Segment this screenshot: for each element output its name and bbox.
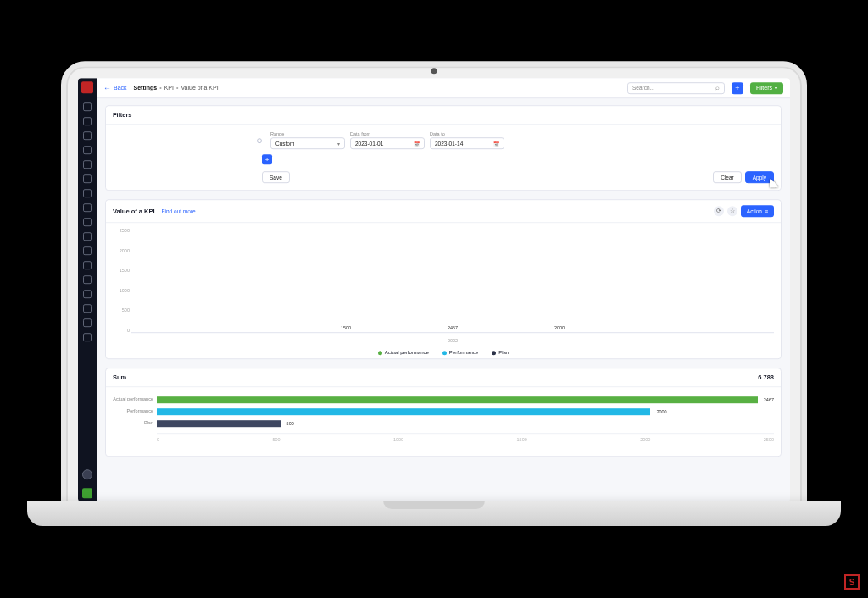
chart-action-button[interactable]: Action: [741, 205, 774, 217]
nav-icon[interactable]: [83, 246, 92, 255]
nav-icon[interactable]: [83, 318, 92, 327]
brand-mark: S: [844, 574, 860, 590]
sum-row: Plan500: [157, 418, 774, 429]
nav-icon[interactable]: [83, 275, 92, 284]
date-to-label: Data to: [430, 131, 504, 136]
app-logo[interactable]: [81, 81, 93, 93]
sum-panel: Sum 6 788 Actual performance2467Performa…: [105, 368, 782, 457]
filters-title: Filters: [106, 106, 781, 125]
nav-icon[interactable]: [83, 146, 92, 154]
calendar-icon: 📅: [493, 141, 499, 147]
nav-icon[interactable]: [83, 189, 92, 197]
drag-handle[interactable]: [257, 138, 262, 143]
calendar-icon: 📅: [414, 141, 420, 147]
breadcrumb-kpi[interactable]: KPI: [164, 85, 174, 91]
sum-row: Performance2000: [157, 406, 774, 418]
chart-title: Value of a KPI: [113, 208, 155, 215]
save-button[interactable]: Save: [262, 171, 290, 183]
sum-bar[interactable]: [157, 408, 650, 415]
search-input[interactable]: Search... ⌕: [627, 82, 725, 94]
sidebar-nav: [78, 78, 97, 501]
sum-bar[interactable]: [157, 420, 281, 427]
nav-icon[interactable]: [83, 102, 92, 111]
sum-row: Actual performance2467: [157, 394, 774, 406]
range-select[interactable]: Custom▾: [270, 137, 345, 149]
search-icon: ⌕: [715, 84, 720, 91]
nav-icon[interactable]: [83, 203, 92, 212]
nav-icon[interactable]: [83, 232, 92, 241]
breadcrumb-root[interactable]: Settings: [134, 85, 158, 91]
nav-icon[interactable]: [83, 261, 92, 269]
nav-icon[interactable]: [83, 174, 92, 183]
nav-icon[interactable]: [83, 131, 92, 140]
breadcrumb-current: Value of a KPI: [181, 85, 218, 91]
status-indicator: [82, 488, 92, 498]
nav-icon[interactable]: [83, 117, 92, 125]
sum-bar[interactable]: [157, 396, 758, 403]
refresh-icon[interactable]: ⟳: [714, 206, 724, 216]
legend-item[interactable]: Actual performance: [378, 350, 429, 355]
filters-panel: Filters Range Custom▾: [105, 105, 782, 191]
nav-icon[interactable]: [83, 218, 92, 226]
laptop-camera: [431, 68, 437, 74]
topbar: Back Settings•KPI•Value of a KPI Search.…: [97, 78, 790, 98]
search-placeholder: Search...: [632, 85, 654, 91]
kpi-chart-panel: Value of a KPI Find out more ⟳ ☆ Action …: [105, 199, 782, 359]
nav-icon[interactable]: [83, 160, 92, 169]
nav-icon[interactable]: [83, 333, 92, 341]
sum-title: Sum: [113, 374, 126, 381]
legend-item[interactable]: Performance: [442, 350, 478, 355]
nav-icon[interactable]: [83, 290, 92, 298]
filters-button[interactable]: Filters: [750, 82, 783, 94]
back-button[interactable]: Back: [103, 84, 127, 92]
date-from-input[interactable]: 2023-01-01📅: [350, 137, 425, 149]
nav-icon[interactable]: [83, 304, 92, 313]
breadcrumb: Settings•KPI•Value of a KPI: [134, 85, 219, 91]
bar-chart: 25002000150010005000 150024672000 2022 A…: [106, 223, 781, 358]
legend-item[interactable]: Plan: [492, 350, 509, 355]
star-icon[interactable]: ☆: [727, 206, 737, 216]
date-from-label: Data from: [350, 131, 425, 136]
add-button[interactable]: +: [732, 82, 743, 94]
sum-total: 6 788: [758, 374, 774, 381]
apply-button[interactable]: Apply: [745, 171, 774, 183]
add-filter-button[interactable]: +: [262, 154, 272, 164]
clear-button[interactable]: Clear: [713, 171, 742, 183]
range-label: Range: [270, 131, 345, 136]
date-to-input[interactable]: 2023-01-14📅: [430, 137, 504, 149]
find-out-more-link[interactable]: Find out more: [162, 208, 196, 214]
user-avatar[interactable]: [82, 469, 92, 479]
